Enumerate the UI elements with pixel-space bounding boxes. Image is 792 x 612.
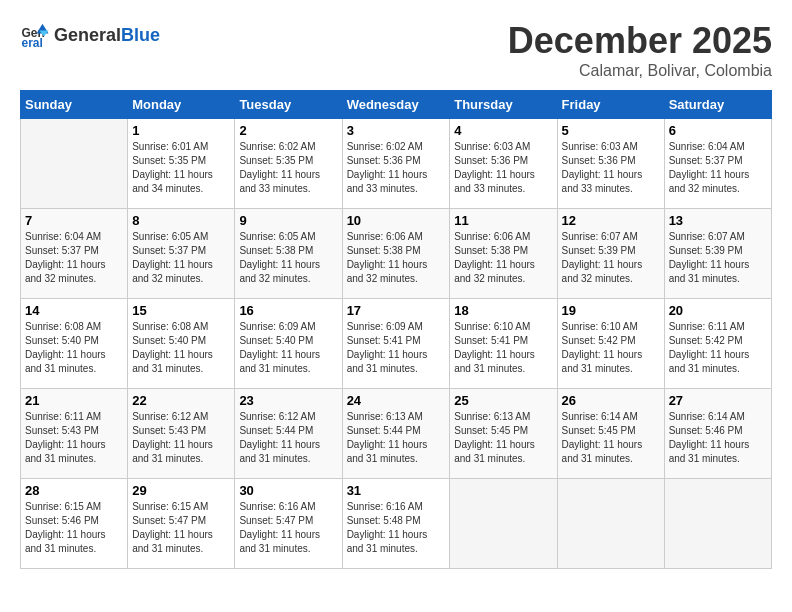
calendar-cell: 12Sunrise: 6:07 AMSunset: 5:39 PMDayligh… <box>557 209 664 299</box>
day-number: 29 <box>132 483 230 498</box>
cell-info: Sunrise: 6:14 AMSunset: 5:45 PMDaylight:… <box>562 410 660 466</box>
weekday-header: Tuesday <box>235 91 342 119</box>
day-number: 17 <box>347 303 446 318</box>
svg-text:eral: eral <box>22 36 43 50</box>
day-number: 16 <box>239 303 337 318</box>
weekday-header: Wednesday <box>342 91 450 119</box>
calendar-cell: 27Sunrise: 6:14 AMSunset: 5:46 PMDayligh… <box>664 389 771 479</box>
calendar-week-row: 7Sunrise: 6:04 AMSunset: 5:37 PMDaylight… <box>21 209 772 299</box>
calendar-cell <box>21 119 128 209</box>
calendar-cell: 22Sunrise: 6:12 AMSunset: 5:43 PMDayligh… <box>128 389 235 479</box>
calendar-cell: 20Sunrise: 6:11 AMSunset: 5:42 PMDayligh… <box>664 299 771 389</box>
day-number: 26 <box>562 393 660 408</box>
weekday-header: Sunday <box>21 91 128 119</box>
page-header: Gen eral GeneralBlue December 2025 Calam… <box>20 20 772 80</box>
calendar-cell: 29Sunrise: 6:15 AMSunset: 5:47 PMDayligh… <box>128 479 235 569</box>
calendar-cell: 3Sunrise: 6:02 AMSunset: 5:36 PMDaylight… <box>342 119 450 209</box>
calendar-cell: 9Sunrise: 6:05 AMSunset: 5:38 PMDaylight… <box>235 209 342 299</box>
cell-info: Sunrise: 6:13 AMSunset: 5:44 PMDaylight:… <box>347 410 446 466</box>
calendar-cell: 5Sunrise: 6:03 AMSunset: 5:36 PMDaylight… <box>557 119 664 209</box>
calendar-week-row: 21Sunrise: 6:11 AMSunset: 5:43 PMDayligh… <box>21 389 772 479</box>
calendar-cell: 17Sunrise: 6:09 AMSunset: 5:41 PMDayligh… <box>342 299 450 389</box>
weekday-header: Monday <box>128 91 235 119</box>
calendar-cell: 23Sunrise: 6:12 AMSunset: 5:44 PMDayligh… <box>235 389 342 479</box>
day-number: 9 <box>239 213 337 228</box>
calendar-cell: 24Sunrise: 6:13 AMSunset: 5:44 PMDayligh… <box>342 389 450 479</box>
cell-info: Sunrise: 6:03 AMSunset: 5:36 PMDaylight:… <box>454 140 552 196</box>
cell-info: Sunrise: 6:13 AMSunset: 5:45 PMDaylight:… <box>454 410 552 466</box>
day-number: 20 <box>669 303 767 318</box>
day-number: 7 <box>25 213 123 228</box>
day-number: 19 <box>562 303 660 318</box>
calendar-cell: 14Sunrise: 6:08 AMSunset: 5:40 PMDayligh… <box>21 299 128 389</box>
day-number: 2 <box>239 123 337 138</box>
cell-info: Sunrise: 6:11 AMSunset: 5:42 PMDaylight:… <box>669 320 767 376</box>
cell-info: Sunrise: 6:14 AMSunset: 5:46 PMDaylight:… <box>669 410 767 466</box>
month-title: December 2025 <box>508 20 772 62</box>
calendar-cell: 16Sunrise: 6:09 AMSunset: 5:40 PMDayligh… <box>235 299 342 389</box>
day-number: 10 <box>347 213 446 228</box>
cell-info: Sunrise: 6:15 AMSunset: 5:46 PMDaylight:… <box>25 500 123 556</box>
calendar-cell: 7Sunrise: 6:04 AMSunset: 5:37 PMDaylight… <box>21 209 128 299</box>
cell-info: Sunrise: 6:09 AMSunset: 5:41 PMDaylight:… <box>347 320 446 376</box>
calendar-cell: 19Sunrise: 6:10 AMSunset: 5:42 PMDayligh… <box>557 299 664 389</box>
day-number: 11 <box>454 213 552 228</box>
calendar-cell: 26Sunrise: 6:14 AMSunset: 5:45 PMDayligh… <box>557 389 664 479</box>
day-number: 14 <box>25 303 123 318</box>
cell-info: Sunrise: 6:05 AMSunset: 5:38 PMDaylight:… <box>239 230 337 286</box>
calendar-cell: 4Sunrise: 6:03 AMSunset: 5:36 PMDaylight… <box>450 119 557 209</box>
logo-text: GeneralBlue <box>54 25 160 46</box>
calendar-cell: 8Sunrise: 6:05 AMSunset: 5:37 PMDaylight… <box>128 209 235 299</box>
cell-info: Sunrise: 6:15 AMSunset: 5:47 PMDaylight:… <box>132 500 230 556</box>
cell-info: Sunrise: 6:12 AMSunset: 5:43 PMDaylight:… <box>132 410 230 466</box>
calendar-cell <box>557 479 664 569</box>
day-number: 25 <box>454 393 552 408</box>
weekday-header: Saturday <box>664 91 771 119</box>
cell-info: Sunrise: 6:16 AMSunset: 5:47 PMDaylight:… <box>239 500 337 556</box>
day-number: 5 <box>562 123 660 138</box>
cell-info: Sunrise: 6:02 AMSunset: 5:36 PMDaylight:… <box>347 140 446 196</box>
day-number: 23 <box>239 393 337 408</box>
calendar-cell: 1Sunrise: 6:01 AMSunset: 5:35 PMDaylight… <box>128 119 235 209</box>
cell-info: Sunrise: 6:03 AMSunset: 5:36 PMDaylight:… <box>562 140 660 196</box>
day-number: 22 <box>132 393 230 408</box>
calendar-cell: 10Sunrise: 6:06 AMSunset: 5:38 PMDayligh… <box>342 209 450 299</box>
cell-info: Sunrise: 6:12 AMSunset: 5:44 PMDaylight:… <box>239 410 337 466</box>
calendar-cell <box>450 479 557 569</box>
cell-info: Sunrise: 6:10 AMSunset: 5:42 PMDaylight:… <box>562 320 660 376</box>
calendar-cell: 15Sunrise: 6:08 AMSunset: 5:40 PMDayligh… <box>128 299 235 389</box>
day-number: 1 <box>132 123 230 138</box>
day-number: 13 <box>669 213 767 228</box>
day-number: 30 <box>239 483 337 498</box>
calendar-week-row: 1Sunrise: 6:01 AMSunset: 5:35 PMDaylight… <box>21 119 772 209</box>
cell-info: Sunrise: 6:06 AMSunset: 5:38 PMDaylight:… <box>454 230 552 286</box>
calendar-cell: 6Sunrise: 6:04 AMSunset: 5:37 PMDaylight… <box>664 119 771 209</box>
day-number: 24 <box>347 393 446 408</box>
calendar-week-row: 14Sunrise: 6:08 AMSunset: 5:40 PMDayligh… <box>21 299 772 389</box>
day-number: 21 <box>25 393 123 408</box>
cell-info: Sunrise: 6:11 AMSunset: 5:43 PMDaylight:… <box>25 410 123 466</box>
calendar-cell: 31Sunrise: 6:16 AMSunset: 5:48 PMDayligh… <box>342 479 450 569</box>
cell-info: Sunrise: 6:10 AMSunset: 5:41 PMDaylight:… <box>454 320 552 376</box>
day-number: 28 <box>25 483 123 498</box>
cell-info: Sunrise: 6:08 AMSunset: 5:40 PMDaylight:… <box>132 320 230 376</box>
day-number: 15 <box>132 303 230 318</box>
weekday-header: Friday <box>557 91 664 119</box>
cell-info: Sunrise: 6:08 AMSunset: 5:40 PMDaylight:… <box>25 320 123 376</box>
location-subtitle: Calamar, Bolivar, Colombia <box>508 62 772 80</box>
cell-info: Sunrise: 6:04 AMSunset: 5:37 PMDaylight:… <box>25 230 123 286</box>
cell-info: Sunrise: 6:07 AMSunset: 5:39 PMDaylight:… <box>669 230 767 286</box>
calendar-cell: 28Sunrise: 6:15 AMSunset: 5:46 PMDayligh… <box>21 479 128 569</box>
calendar-cell: 13Sunrise: 6:07 AMSunset: 5:39 PMDayligh… <box>664 209 771 299</box>
cell-info: Sunrise: 6:02 AMSunset: 5:35 PMDaylight:… <box>239 140 337 196</box>
calendar-week-row: 28Sunrise: 6:15 AMSunset: 5:46 PMDayligh… <box>21 479 772 569</box>
cell-info: Sunrise: 6:09 AMSunset: 5:40 PMDaylight:… <box>239 320 337 376</box>
title-area: December 2025 Calamar, Bolivar, Colombia <box>508 20 772 80</box>
calendar-cell: 30Sunrise: 6:16 AMSunset: 5:47 PMDayligh… <box>235 479 342 569</box>
cell-info: Sunrise: 6:06 AMSunset: 5:38 PMDaylight:… <box>347 230 446 286</box>
calendar-cell: 18Sunrise: 6:10 AMSunset: 5:41 PMDayligh… <box>450 299 557 389</box>
cell-info: Sunrise: 6:05 AMSunset: 5:37 PMDaylight:… <box>132 230 230 286</box>
calendar-cell <box>664 479 771 569</box>
day-number: 12 <box>562 213 660 228</box>
calendar-table: SundayMondayTuesdayWednesdayThursdayFrid… <box>20 90 772 569</box>
